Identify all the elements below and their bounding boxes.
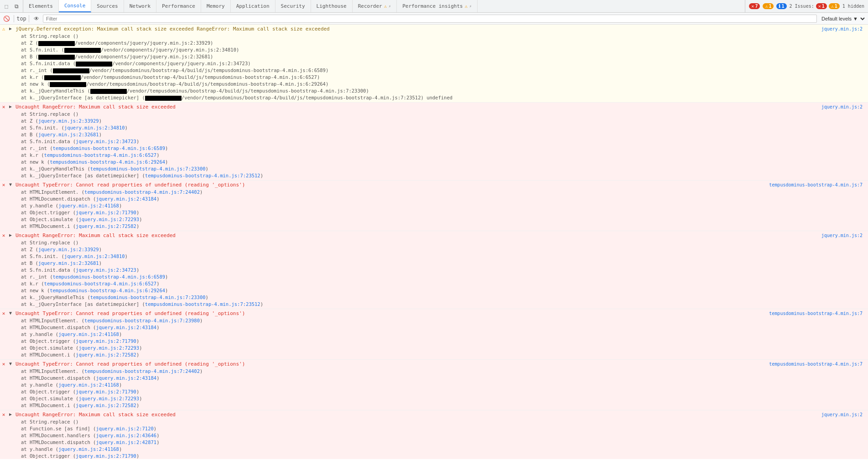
stack-line: at k._jQueryInterface [as datetimepicker… bbox=[21, 94, 866, 101]
stack-line: at Function.se [as find] (jquery.min.js:… bbox=[21, 425, 866, 432]
stack-link[interactable]: jquery.min.js:2:32681 bbox=[38, 132, 99, 137]
log-expand-1[interactable]: ▶ bbox=[7, 103, 14, 109]
device-icon[interactable]: ⧉ bbox=[12, 2, 21, 11]
stack-line: at r._int ( /vendor/tempusdominus/bootst… bbox=[21, 67, 866, 74]
stack-link[interactable]: tempusdominus-bootstrap-4.min.js:7:24402 bbox=[84, 189, 200, 195]
log-expand-5[interactable]: ▼ bbox=[7, 360, 14, 366]
error-count-badge[interactable]: ✕ 7 bbox=[749, 3, 760, 9]
issues-error-count: 1 bbox=[822, 4, 825, 9]
stack-link[interactable]: tempusdominus-bootstrap-4.min.js:6:6589 bbox=[53, 274, 166, 279]
log-entry-3: ✕ ▶ jquery.min.js:2 Uncaught RangeError:… bbox=[0, 231, 868, 309]
tab-security[interactable]: Security bbox=[275, 0, 311, 12]
info-count-badge[interactable]: ℹ 1 bbox=[776, 3, 786, 9]
stack-link[interactable]: jquery.min.js:2:41168 bbox=[58, 446, 119, 452]
stack-link[interactable]: jquery.min.js:2:32681 bbox=[38, 260, 99, 266]
log-icon-1: ✕ bbox=[0, 103, 7, 110]
stack-link[interactable]: tempusdominus-bootstrap-4.min.js:7:23300 bbox=[90, 295, 206, 300]
stack-link[interactable]: jquery.min.js:2:34723 bbox=[76, 267, 136, 273]
issues-button[interactable]: 2 Issues: ✕ 1 ⚠ 1 bbox=[790, 3, 840, 9]
stack-link[interactable]: jquery.min.js:2:71790 bbox=[76, 453, 136, 459]
log-expand-3[interactable]: ▶ bbox=[7, 232, 14, 238]
stack-line: at k.r (tempusdominus-bootstrap-4.min.js… bbox=[21, 152, 866, 159]
stack-link[interactable]: tempusdominus-bootstrap-4.min.js:7:23512 bbox=[145, 301, 260, 307]
stack-link[interactable]: tempusdominus-bootstrap-4.min.js:7:23300 bbox=[90, 166, 206, 171]
tab-badge-performance-insights: ⚠ bbox=[465, 4, 468, 9]
top-context-selector[interactable]: top bbox=[17, 14, 26, 23]
log-body-0: jquery.min.js:2 jQuery.Deferred exceptio… bbox=[14, 25, 868, 102]
stack-link[interactable]: jquery.min.js:2:72582 bbox=[76, 352, 136, 357]
tab-elements[interactable]: Elements bbox=[23, 0, 59, 12]
stack-link[interactable]: jquery.min.js:2:72582 bbox=[76, 223, 136, 229]
tab-lighthouse[interactable]: Lighthouse bbox=[311, 0, 353, 12]
filter-input[interactable] bbox=[43, 15, 817, 23]
stack-link[interactable]: tempusdominus-bootstrap-4.min.js:7:23980 bbox=[84, 318, 200, 323]
stack-link[interactable]: jquery.min.js:2:71790 bbox=[76, 389, 136, 394]
stack-line: at String.replace () bbox=[21, 111, 866, 118]
log-entry-6: ✕ ▶ jquery.min.js:2 Uncaught RangeError:… bbox=[0, 410, 868, 459]
stack-line: at k.r (tempusdominus-bootstrap-4.min.js… bbox=[21, 280, 866, 287]
stack-link[interactable]: jquery.min.js:2:41168 bbox=[58, 382, 119, 388]
stack-link[interactable]: jquery.min.js:2:7120 bbox=[96, 426, 153, 431]
stack-link[interactable]: jquery.min.js:2:43184 bbox=[96, 196, 156, 202]
stack-line: at S.fn.init. (jquery.min.js:2:34810) bbox=[21, 253, 866, 260]
stack-link[interactable]: tempusdominus-bootstrap-4.min.js:6:6527 bbox=[44, 152, 157, 158]
stack-link[interactable]: tempusdominus-bootstrap-4.min.js:6:6589 bbox=[53, 145, 166, 151]
tab-label-elements: Elements bbox=[29, 3, 53, 9]
stack-link[interactable]: jquery.min.js:2:34723 bbox=[76, 139, 136, 144]
stack-link[interactable]: jquery.min.js:2:41168 bbox=[58, 331, 119, 337]
stack-link[interactable]: jquery.min.js:2:71790 bbox=[76, 338, 136, 344]
log-source-6[interactable]: jquery.min.js:2 bbox=[821, 411, 866, 419]
tab-sources[interactable]: Sources bbox=[91, 0, 124, 12]
log-expand-4[interactable]: ▼ bbox=[7, 310, 14, 315]
tab-recorder[interactable]: Recorder⚠⚡ bbox=[353, 0, 397, 12]
log-source-2[interactable]: tempusdominus-bootstrap-4.min.js:7 bbox=[769, 181, 866, 189]
tab-performance-insights[interactable]: Performance insights⚠⚡ bbox=[397, 0, 478, 12]
log-source-5[interactable]: tempusdominus-bootstrap-4.min.js:7 bbox=[769, 361, 866, 368]
tab-label-sources: Sources bbox=[97, 3, 118, 9]
stack-link[interactable]: tempusdominus-bootstrap-4.min.js:7:24402 bbox=[84, 368, 200, 374]
stack-link[interactable]: jquery.min.js:2:34810 bbox=[64, 253, 125, 259]
stack-link[interactable]: jquery.min.js:2:72582 bbox=[76, 403, 136, 408]
stack-link[interactable]: jquery.min.js:2:72293 bbox=[78, 396, 139, 401]
stack-link[interactable]: jquery.min.js:2:33929 bbox=[38, 118, 99, 124]
log-expand-6[interactable]: ▶ bbox=[7, 411, 14, 417]
console-toolbar: 🚫 top 👁 Default levels ▼ Verbose Info Wa… bbox=[0, 13, 868, 25]
redacted-url bbox=[38, 55, 75, 60]
log-source-3[interactable]: jquery.min.js:2 bbox=[821, 232, 866, 239]
log-expand-2[interactable]: ▼ bbox=[7, 181, 14, 187]
stack-link[interactable]: tempusdominus-bootstrap-4.min.js:6:29264 bbox=[50, 159, 165, 165]
log-main-6: Uncaught RangeError: Maximum call stack … bbox=[16, 412, 176, 418]
stack-link[interactable]: tempusdominus-bootstrap-4.min.js:6:6527 bbox=[44, 281, 157, 286]
stack-link[interactable]: tempusdominus-bootstrap-4.min.js:6:29264 bbox=[50, 288, 165, 293]
stack-link[interactable]: jquery.min.js:2:72293 bbox=[78, 217, 139, 222]
toolbar-separator-1 bbox=[14, 15, 14, 22]
stack-link[interactable]: tempusdominus-bootstrap-4.min.js:7:23512 bbox=[145, 173, 260, 178]
tab-memory[interactable]: Memory bbox=[201, 0, 231, 12]
tab-network[interactable]: Network bbox=[124, 0, 156, 12]
log-source-1[interactable]: jquery.min.js:2 bbox=[821, 103, 866, 111]
stack-link[interactable]: jquery.min.js:2:43646 bbox=[96, 433, 156, 438]
eye-icon[interactable]: 👁 bbox=[32, 14, 41, 23]
log-level-select[interactable]: Default levels ▼ Verbose Info Warnings E… bbox=[819, 16, 866, 22]
log-source-4[interactable]: tempusdominus-bootstrap-4.min.js:7 bbox=[769, 310, 866, 317]
stack-link[interactable]: jquery.min.js:2:33929 bbox=[38, 247, 99, 252]
stack-link[interactable]: jquery.min.js:2:41168 bbox=[58, 203, 119, 208]
log-source-0[interactable]: jquery.min.js:2 bbox=[821, 26, 866, 33]
tab-performance[interactable]: Performance bbox=[156, 0, 201, 12]
clear-console-button[interactable]: 🚫 bbox=[2, 14, 11, 23]
warning-count-badge[interactable]: ⚠ 1 bbox=[763, 3, 774, 9]
hidden-count[interactable]: 1 hidden bbox=[842, 4, 864, 9]
stack-link[interactable]: jquery.min.js:2:72293 bbox=[78, 345, 139, 351]
log-main-1: Uncaught RangeError: Maximum call stack … bbox=[16, 104, 176, 110]
log-stack-0: at String.replace ()at Z ( /vendor/compo… bbox=[16, 33, 866, 101]
stack-link[interactable]: jquery.min.js:2:71790 bbox=[76, 210, 136, 215]
inspect-icon[interactable]: ⬚ bbox=[2, 2, 11, 11]
log-expand-0[interactable]: ▶ bbox=[7, 25, 14, 31]
tab-console[interactable]: Console bbox=[59, 0, 91, 12]
stack-link[interactable]: jquery.min.js:2:34810 bbox=[64, 125, 125, 130]
stack-link[interactable]: jquery.min.js:2:42871 bbox=[96, 439, 156, 445]
stack-link[interactable]: jquery.min.js:2:43184 bbox=[96, 375, 156, 381]
tab-label-security: Security bbox=[281, 3, 305, 9]
tab-application[interactable]: Application bbox=[231, 0, 275, 12]
stack-link[interactable]: jquery.min.js:2:43184 bbox=[96, 325, 156, 330]
